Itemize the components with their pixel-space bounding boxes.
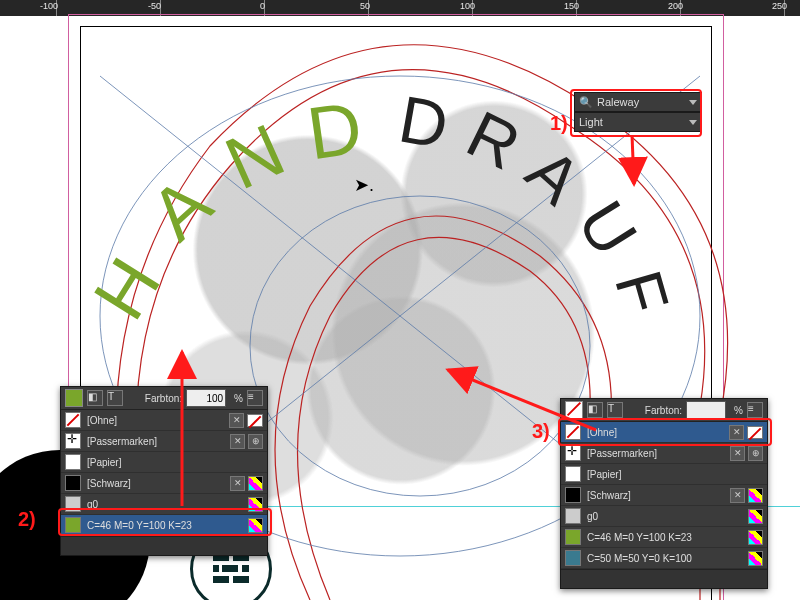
swatch-status-icons: ✕ bbox=[230, 476, 263, 491]
ruler-mark: 50 bbox=[360, 1, 370, 11]
swatch-status-icons: ✕ bbox=[730, 488, 763, 503]
swatch-icon bbox=[65, 433, 81, 449]
swatch-row-olive[interactable]: C=46 M=0 Y=100 K=23 bbox=[561, 527, 767, 548]
swatch-icon bbox=[565, 550, 581, 566]
tint-suffix: % bbox=[234, 393, 243, 404]
ruler-mark: 0 bbox=[260, 1, 265, 11]
annotation-box-1 bbox=[570, 89, 702, 137]
annotation-label-1: 1) bbox=[550, 112, 568, 135]
tint-label: Farbton: bbox=[145, 393, 182, 404]
swatch-label: [Passermarken] bbox=[87, 436, 224, 447]
container-formatting-icon[interactable]: ◧ bbox=[587, 402, 603, 418]
swatch-label: [Ohne] bbox=[87, 415, 223, 426]
tint-input[interactable] bbox=[686, 401, 726, 419]
swatch-icon bbox=[565, 487, 581, 503]
swatch-row-black[interactable]: [Schwarz]✕ bbox=[61, 473, 267, 494]
swatch-row-teal[interactable]: C=50 M=50 Y=0 K=100 bbox=[561, 548, 767, 569]
swatches-footer bbox=[61, 536, 267, 555]
swatch-status-icons: ✕⊕ bbox=[730, 446, 763, 461]
swatch-row-reg[interactable]: [Passermarken]✕⊕ bbox=[561, 443, 767, 464]
swatch-label: C=50 M=50 Y=0 K=100 bbox=[587, 553, 742, 564]
tint-input[interactable] bbox=[186, 389, 226, 407]
svg-rect-9 bbox=[213, 576, 229, 583]
container-formatting-icon[interactable]: ◧ bbox=[87, 390, 103, 406]
panel-menu-icon[interactable]: ≡ bbox=[247, 390, 263, 406]
panel-menu-icon[interactable]: ≡ bbox=[747, 402, 763, 418]
swatch-icon bbox=[65, 475, 81, 491]
svg-rect-6 bbox=[222, 565, 238, 572]
swatch-status-icons bbox=[748, 509, 763, 524]
annotation-box-2 bbox=[58, 508, 272, 536]
swatch-icon bbox=[565, 466, 581, 482]
svg-rect-7 bbox=[213, 565, 219, 572]
swatch-label: g0 bbox=[587, 511, 742, 522]
swatch-status-icons bbox=[748, 530, 763, 545]
ruler-mark: 150 bbox=[564, 1, 579, 11]
swatch-label: [Passermarken] bbox=[587, 448, 724, 459]
swatch-status-icons: ✕ bbox=[229, 413, 263, 428]
swatch-icon bbox=[565, 508, 581, 524]
swatch-label: [Papier] bbox=[87, 457, 257, 468]
swatch-row-reg[interactable]: [Passermarken]✕⊕ bbox=[61, 431, 267, 452]
fill-proxy-icon[interactable] bbox=[65, 389, 83, 407]
tint-suffix: % bbox=[734, 405, 743, 416]
text-cursor-icon: ➤. bbox=[354, 174, 374, 196]
annotation-label-3: 3) bbox=[532, 420, 550, 443]
swatch-row-paper[interactable]: [Papier] bbox=[561, 464, 767, 485]
ruler-mark: -100 bbox=[40, 1, 58, 11]
swatch-row-paper[interactable]: [Papier] bbox=[61, 452, 267, 473]
ruler-mark: 100 bbox=[460, 1, 475, 11]
swatch-row-black[interactable]: [Schwarz]✕ bbox=[561, 485, 767, 506]
text-formatting-icon[interactable]: T bbox=[107, 390, 123, 406]
text-formatting-icon[interactable]: T bbox=[607, 402, 623, 418]
ruler-mark: 250 bbox=[772, 1, 787, 11]
swatch-label: C=46 M=0 Y=100 K=23 bbox=[587, 532, 742, 543]
swatch-icon bbox=[565, 445, 581, 461]
svg-rect-8 bbox=[242, 565, 249, 572]
swatch-row-none[interactable]: [Ohne]✕ bbox=[61, 410, 267, 431]
ruler-mark: -50 bbox=[148, 1, 161, 11]
swatch-label: [Schwarz] bbox=[587, 490, 724, 501]
swatch-label: [Schwarz] bbox=[87, 478, 224, 489]
swatch-icon bbox=[565, 529, 581, 545]
swatch-status-icons: ✕⊕ bbox=[230, 434, 263, 449]
swatches-footer bbox=[561, 569, 767, 588]
ruler-mark: 200 bbox=[668, 1, 683, 11]
swatch-status-icons bbox=[748, 551, 763, 566]
swatch-label: [Papier] bbox=[587, 469, 757, 480]
annotation-box-3 bbox=[558, 418, 772, 446]
swatches-header-left: ◧ T Farbton: % ≡ bbox=[61, 387, 267, 410]
tint-label: Farbton: bbox=[645, 405, 682, 416]
annotation-label-2: 2) bbox=[18, 508, 36, 531]
swatch-icon bbox=[65, 412, 81, 428]
swatch-icon bbox=[65, 454, 81, 470]
svg-rect-10 bbox=[233, 576, 249, 583]
swatch-row-g0[interactable]: g0 bbox=[561, 506, 767, 527]
fill-proxy-icon[interactable] bbox=[565, 401, 583, 419]
